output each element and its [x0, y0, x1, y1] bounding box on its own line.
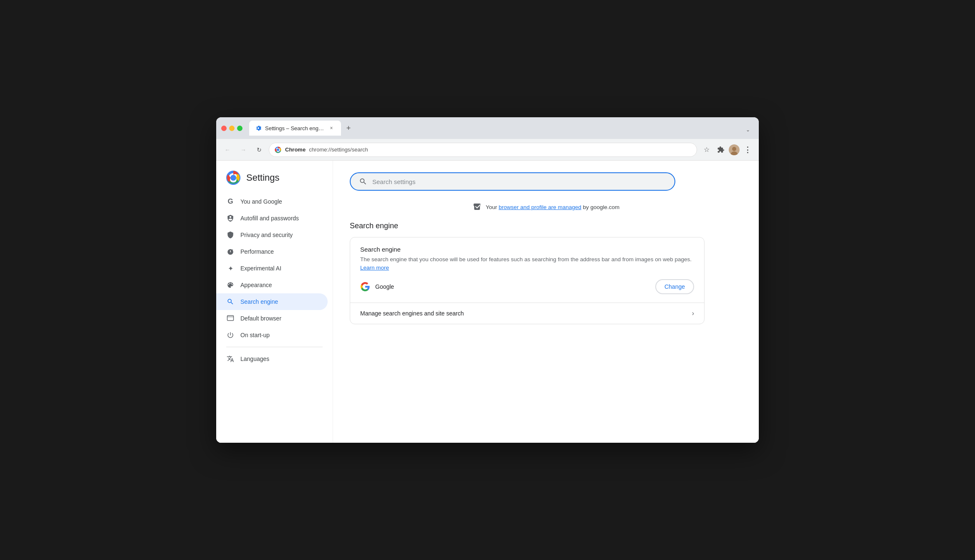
settings-page-title: Settings — [246, 172, 280, 183]
settings-chrome-logo — [226, 171, 240, 185]
on-startup-icon — [226, 331, 235, 339]
back-button[interactable]: ← — [221, 144, 234, 156]
content-area: Your browser and profile are managed by … — [333, 161, 759, 443]
sidebar-label-default-browser: Default browser — [240, 315, 281, 322]
svg-point-2 — [277, 149, 279, 151]
bookmark-button[interactable]: ☆ — [700, 144, 713, 156]
sidebar-label-appearance: Appearance — [240, 282, 272, 288]
active-tab[interactable]: Settings – Search engine × — [249, 121, 341, 136]
manage-search-engines-row[interactable]: Manage search engines and site search › — [350, 303, 704, 324]
svg-point-4 — [732, 147, 736, 151]
new-tab-button[interactable]: + — [343, 122, 354, 134]
search-engine-icon — [226, 298, 235, 306]
managed-notice: Your browser and profile are managed by … — [350, 202, 742, 212]
current-engine-name: Google — [375, 283, 650, 290]
card-section-desc: The search engine that you choose will b… — [360, 255, 694, 272]
tab-close-button[interactable]: × — [328, 124, 335, 132]
tab-bar: Settings – Search engine × + ⌄ — [249, 121, 754, 136]
autofill-icon — [226, 214, 235, 222]
sidebar-label-languages: Languages — [240, 356, 269, 362]
sidebar-item-appearance[interactable]: Appearance — [216, 277, 328, 293]
avatar-image — [729, 144, 740, 155]
chrome-site-icon — [274, 146, 282, 154]
default-browser-icon — [226, 314, 235, 323]
sidebar-item-experimental-ai[interactable]: ✦ Experimental AI — [216, 260, 328, 277]
managed-link[interactable]: browser and profile are managed — [499, 204, 581, 210]
sidebar-item-privacy[interactable]: Privacy and security — [216, 227, 328, 243]
change-engine-button[interactable]: Change — [655, 279, 694, 294]
close-window-button[interactable] — [221, 126, 227, 131]
maximize-window-button[interactable] — [237, 126, 242, 131]
minimize-window-button[interactable] — [229, 126, 235, 131]
extensions-icon — [717, 146, 725, 154]
toolbar-actions: ☆ ⋮ — [700, 144, 754, 156]
settings-tab-icon — [255, 125, 262, 131]
forward-button[interactable]: → — [237, 144, 250, 156]
learn-more-link[interactable]: Learn more — [360, 265, 389, 271]
sidebar: Settings G You and Google Autofill and p… — [216, 161, 333, 443]
search-bar-wrapper — [350, 172, 742, 191]
user-avatar[interactable] — [729, 144, 740, 155]
you-and-google-icon: G — [226, 197, 235, 206]
sidebar-item-languages[interactable]: Languages — [216, 351, 328, 367]
sidebar-label-search-engine: Search engine — [240, 298, 278, 305]
title-bar: Settings – Search engine × + ⌄ — [216, 117, 759, 139]
reload-button[interactable]: ↻ — [253, 144, 265, 156]
sidebar-label-performance: Performance — [240, 248, 274, 255]
manage-search-engines-chevron: › — [692, 310, 694, 317]
managed-notice-icon — [472, 202, 482, 212]
address-bar[interactable]: Chrome chrome://settings/search — [269, 143, 697, 157]
sidebar-item-on-startup[interactable]: On start-up — [216, 327, 328, 343]
sidebar-item-you-and-google[interactable]: G You and Google — [216, 193, 328, 210]
google-g-icon — [360, 282, 370, 292]
search-settings-icon — [359, 177, 367, 186]
experimental-ai-icon: ✦ — [226, 264, 235, 272]
managed-notice-text: Your browser and profile are managed by … — [486, 204, 620, 210]
performance-icon — [226, 247, 235, 256]
sidebar-label-on-startup: On start-up — [240, 332, 270, 338]
site-name-label: Chrome — [285, 146, 306, 153]
sidebar-item-performance[interactable]: Performance — [216, 243, 328, 260]
svg-rect-9 — [227, 315, 234, 320]
privacy-icon — [226, 231, 235, 239]
sidebar-divider — [226, 347, 323, 347]
card-section-title: Search engine — [360, 246, 694, 253]
tab-label: Settings – Search engine — [265, 125, 324, 131]
sidebar-label-experimental-ai: Experimental AI — [240, 265, 281, 272]
search-engine-card-section1: Search engine The search engine that you… — [350, 237, 704, 303]
more-menu-button[interactable]: ⋮ — [741, 144, 754, 156]
search-settings-input[interactable] — [372, 178, 666, 185]
appearance-icon — [226, 281, 235, 289]
toolbar: ← → ↻ Chrome chrome://settings/search ☆ — [216, 139, 759, 161]
address-url-text: chrome://settings/search — [309, 146, 692, 153]
extensions-button[interactable] — [715, 144, 727, 156]
sidebar-label-you-and-google: You and Google — [240, 198, 282, 205]
sidebar-item-default-browser[interactable]: Default browser — [216, 310, 328, 327]
traffic-lights — [221, 126, 242, 131]
manage-search-engines-label: Manage search engines and site search — [360, 310, 464, 317]
settings-header: Settings — [216, 169, 333, 193]
svg-point-8 — [230, 175, 236, 181]
sidebar-label-autofill: Autofill and passwords — [240, 215, 299, 222]
sidebar-item-search-engine[interactable]: Search engine — [216, 293, 328, 310]
tab-list-dropdown[interactable]: ⌄ — [742, 124, 754, 136]
search-bar[interactable] — [350, 172, 675, 191]
main-area: Settings G You and Google Autofill and p… — [216, 161, 759, 443]
search-engine-row: Google Change — [360, 279, 694, 294]
search-engine-section-title: Search engine — [350, 222, 742, 230]
sidebar-item-autofill[interactable]: Autofill and passwords — [216, 210, 328, 227]
search-engine-card: Search engine The search engine that you… — [350, 237, 705, 324]
browser-window: Settings – Search engine × + ⌄ ← → ↻ Chr… — [216, 117, 759, 443]
languages-icon — [226, 355, 235, 363]
sidebar-label-privacy: Privacy and security — [240, 232, 293, 238]
